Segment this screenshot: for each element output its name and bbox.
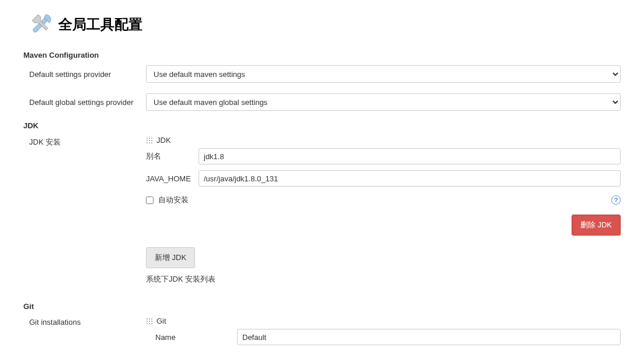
drag-handle-icon[interactable] (146, 137, 153, 144)
git-name-input[interactable] (237, 329, 621, 345)
section-maven-heading: Maven Configuration (23, 51, 621, 59)
svg-point-16 (149, 323, 150, 324)
svg-point-2 (151, 138, 152, 139)
help-icon[interactable]: ? (611, 195, 621, 205)
section-jdk-heading: JDK (23, 121, 621, 130)
svg-point-3 (147, 140, 148, 141)
jdk-list-helper: 系统下JDK 安装列表 (146, 274, 621, 285)
maven-settings-label: Default settings provider (29, 70, 146, 79)
jdk-alias-input[interactable] (199, 148, 621, 164)
page-title: 全局工具配置 (58, 15, 142, 34)
maven-global-label: Default global settings provider (29, 98, 146, 107)
svg-point-10 (149, 318, 150, 320)
java-home-label: JAVA_HOME (146, 174, 199, 183)
svg-point-4 (149, 140, 150, 141)
svg-point-9 (147, 318, 148, 320)
jdk-alias-label: 别名 (146, 151, 199, 162)
svg-point-12 (147, 321, 148, 322)
svg-point-6 (147, 142, 148, 143)
delete-jdk-button[interactable]: 删除 JDK (572, 215, 621, 236)
auto-install-checkbox[interactable] (146, 196, 154, 204)
git-tool-name: Git (156, 317, 166, 325)
svg-point-11 (151, 318, 152, 320)
svg-point-0 (147, 138, 148, 139)
svg-point-1 (149, 138, 150, 139)
drag-handle-icon[interactable] (146, 318, 153, 325)
svg-point-8 (151, 142, 152, 143)
maven-global-select[interactable]: Use default maven global settings (146, 93, 621, 111)
auto-install-label: 自动安装 (158, 195, 189, 205)
git-name-label: Name (155, 333, 237, 342)
git-install-label: Git installations (29, 317, 146, 351)
jdk-install-label: JDK 安装 (29, 136, 146, 294)
maven-settings-select[interactable]: Use default maven settings (146, 65, 621, 83)
add-jdk-button[interactable]: 新增 JDK (146, 247, 195, 268)
svg-point-15 (147, 323, 148, 324)
section-git-heading: Git (23, 302, 621, 311)
svg-point-14 (151, 321, 152, 322)
svg-point-17 (151, 323, 152, 324)
java-home-input[interactable] (199, 170, 621, 187)
jdk-tool-name: JDK (156, 136, 171, 145)
svg-point-13 (149, 321, 150, 322)
settings-wrench-icon (30, 12, 54, 37)
svg-point-7 (149, 142, 150, 143)
svg-point-5 (151, 140, 152, 141)
